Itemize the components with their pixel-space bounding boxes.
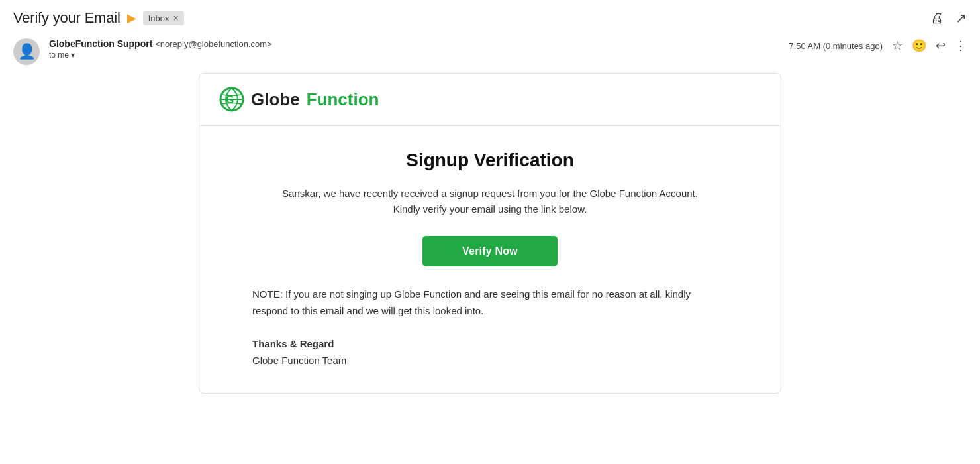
card-body: Signup Verification Sanskar, we have rec…	[199, 126, 781, 393]
sender-actions: 7:50 AM (0 minutes ago) ☆ 🙂 ↩ ⋮	[789, 38, 967, 53]
verify-now-button[interactable]: Verify Now	[422, 236, 558, 266]
to-me-label: to me	[49, 50, 69, 60]
more-options-icon[interactable]: ⋮	[955, 38, 967, 53]
to-me-dropdown[interactable]: to me ▾	[49, 50, 779, 60]
avatar: 👤	[13, 38, 40, 65]
logo-function-text: Function	[307, 89, 379, 110]
sender-email: <noreply@globefunction.com>	[155, 39, 272, 49]
inbox-tag-label: Inbox	[148, 13, 170, 23]
email-title: Verify your Email	[13, 9, 121, 27]
emoji-icon[interactable]: 🙂	[912, 38, 926, 53]
sender-row: 👤 GlobeFunction Support <noreply@globefu…	[0, 33, 980, 73]
thanks-line1: Thanks & Regard	[252, 335, 728, 353]
email-card: G GlobeFunction Signup Verification Sans…	[199, 73, 781, 394]
inbox-tag: Inbox ×	[143, 11, 184, 25]
card-note: NOTE: If you are not singing up Globe Fu…	[252, 286, 728, 319]
arrow-icon: ▶	[127, 11, 136, 25]
print-icon[interactable]: 🖨	[930, 11, 944, 26]
timestamp: 7:50 AM (0 minutes ago)	[789, 41, 883, 51]
email-header-bar: Verify your Email ▶ Inbox × 🖨 ↗	[0, 0, 980, 33]
reply-icon[interactable]: ↩	[936, 38, 946, 53]
sender-info: GlobeFunction Support <noreply@globefunc…	[49, 38, 779, 60]
star-icon[interactable]: ☆	[892, 38, 903, 53]
card-logo-header: G GlobeFunction	[199, 74, 781, 126]
card-paragraph: Sanskar, we have recently received a sig…	[271, 186, 709, 217]
open-external-icon[interactable]: ↗	[956, 10, 967, 26]
chevron-down-icon: ▾	[71, 50, 75, 60]
inbox-tag-close[interactable]: ×	[173, 13, 178, 23]
thanks-line2: Globe Function Team	[252, 352, 728, 369]
sender-name-line: GlobeFunction Support <noreply@globefunc…	[49, 38, 779, 49]
avatar-icon: 👤	[18, 43, 36, 60]
svg-text:G: G	[226, 94, 234, 105]
card-thanks: Thanks & Regard Globe Function Team	[252, 335, 728, 369]
logo-globe-text: Globe	[251, 89, 300, 110]
email-content-wrapper: G GlobeFunction Signup Verification Sans…	[0, 73, 980, 394]
globefunction-logo-icon: G	[219, 87, 244, 112]
top-right-icons: 🖨 ↗	[930, 10, 967, 26]
sender-name: GlobeFunction Support	[49, 38, 152, 49]
card-heading: Signup Verification	[252, 150, 728, 171]
